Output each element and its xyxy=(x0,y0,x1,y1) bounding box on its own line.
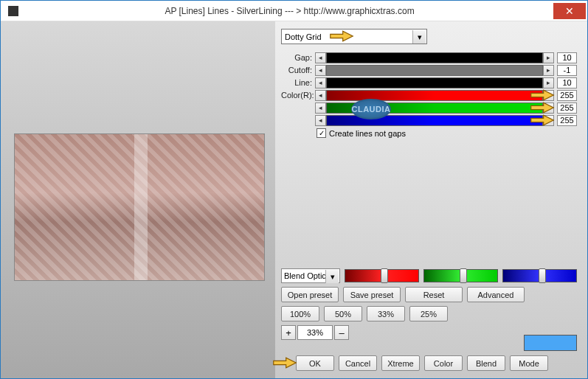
gap-slider[interactable] xyxy=(326,52,543,63)
titlebar[interactable]: AP [Lines] Lines - SilverLining --- > ht… xyxy=(1,1,587,21)
preview-pane xyxy=(1,21,275,378)
create-lines-checkbox[interactable]: ✓ xyxy=(317,128,326,138)
create-lines-label: Create lines not gaps xyxy=(329,129,406,138)
mode-button[interactable]: Mode xyxy=(510,355,548,371)
xtreme-button[interactable]: Xtreme xyxy=(381,355,420,371)
cancel-button[interactable]: Cancel xyxy=(339,355,377,371)
reset-button[interactable]: Reset xyxy=(405,287,463,302)
color-swatch[interactable] xyxy=(524,335,577,351)
color-r-label: Color(R): xyxy=(281,91,315,100)
zoom-33-button[interactable]: 33% xyxy=(367,306,405,321)
cutoff-label: Cutoff: xyxy=(281,66,315,74)
chevron-down-icon: ▾ xyxy=(412,30,426,44)
pointer-hand-icon xyxy=(329,28,354,44)
controls-pane: Dotty Grid ▾ Gap: ◂ ▸ 10 Cutoff: ◂ ▸ -1 xyxy=(275,21,587,378)
color-b-value[interactable]: 255 xyxy=(557,115,577,126)
slider-thumb[interactable] xyxy=(539,268,546,283)
system-icon xyxy=(8,6,18,16)
pointer-hand-icon xyxy=(272,355,297,371)
chevron-down-icon: ▾ xyxy=(325,270,339,283)
cutoff-slider-row: Cutoff: ◂ ▸ -1 xyxy=(281,64,577,76)
color-g-value[interactable]: 255 xyxy=(557,102,577,114)
close-button[interactable]: ✕ xyxy=(553,3,586,19)
save-preset-button[interactable]: Save preset xyxy=(343,287,401,302)
blend-dropdown-value: Blend Optic xyxy=(284,271,326,280)
blend-blue-slider[interactable] xyxy=(502,269,577,282)
cutoff-increment[interactable]: ▸ xyxy=(543,65,554,76)
cutoff-decrement[interactable]: ◂ xyxy=(315,65,326,76)
advanced-button[interactable]: Advanced xyxy=(467,287,525,302)
color-g-decrement[interactable]: ◂ xyxy=(315,102,326,114)
zoom-in-button[interactable]: + xyxy=(281,325,296,340)
color-r-decrement[interactable]: ◂ xyxy=(315,90,326,101)
color-b-slider[interactable] xyxy=(326,115,543,126)
gap-decrement[interactable]: ◂ xyxy=(315,52,326,63)
color-b-slider-row: ◂ ▸ 255 xyxy=(281,114,577,126)
gap-increment[interactable]: ▸ xyxy=(543,52,554,63)
window-title: AP [Lines] Lines - SilverLining --- > ht… xyxy=(26,6,553,16)
zoom-25-button[interactable]: 25% xyxy=(409,306,448,321)
cutoff-slider[interactable] xyxy=(326,65,543,76)
zoom-50-button[interactable]: 50% xyxy=(324,306,362,321)
preview-image[interactable] xyxy=(14,133,265,281)
create-lines-checkbox-row: ✓ Create lines not gaps xyxy=(317,128,577,138)
zoom-out-button[interactable]: – xyxy=(334,325,349,340)
pointer-hand-icon xyxy=(530,112,555,128)
open-preset-button[interactable]: Open preset xyxy=(281,287,339,302)
cutoff-value[interactable]: -1 xyxy=(557,65,577,76)
slider-thumb[interactable] xyxy=(460,268,467,283)
preview-canvas xyxy=(15,134,264,280)
action-row: OK Cancel Xtreme Color Blend Mode xyxy=(296,355,548,371)
zoom-value[interactable]: 33% xyxy=(297,325,333,340)
line-value[interactable]: 10 xyxy=(557,77,577,88)
blend-dropdown[interactable]: Blend Optic ▾ xyxy=(281,268,340,283)
line-label: Line: xyxy=(281,78,315,87)
slider-thumb[interactable] xyxy=(381,268,388,283)
preset-dropdown[interactable]: Dotty Grid ▾ xyxy=(281,29,427,44)
zoom-100-button[interactable]: 100% xyxy=(281,306,319,321)
color-r-value[interactable]: 255 xyxy=(557,90,577,101)
blend-red-slider[interactable] xyxy=(345,269,419,282)
gap-value[interactable]: 10 xyxy=(557,52,577,63)
line-decrement[interactable]: ◂ xyxy=(315,77,326,88)
ok-button[interactable]: OK xyxy=(296,355,334,371)
color-r-slider[interactable] xyxy=(326,90,543,101)
plugin-window: AP [Lines] Lines - SilverLining --- > ht… xyxy=(0,0,588,379)
color-b-decrement[interactable]: ◂ xyxy=(315,115,326,126)
color-button[interactable]: Color xyxy=(424,355,463,371)
gap-label: Gap: xyxy=(281,53,315,62)
blend-button[interactable]: Blend xyxy=(467,355,505,371)
window-body: Dotty Grid ▾ Gap: ◂ ▸ 10 Cutoff: ◂ ▸ -1 xyxy=(1,21,587,378)
color-g-slider[interactable] xyxy=(326,102,543,114)
preset-dropdown-value: Dotty Grid xyxy=(285,32,322,41)
gap-slider-row: Gap: ◂ ▸ 10 xyxy=(281,52,577,63)
blend-green-slider[interactable] xyxy=(423,269,498,282)
line-slider[interactable] xyxy=(326,77,543,88)
